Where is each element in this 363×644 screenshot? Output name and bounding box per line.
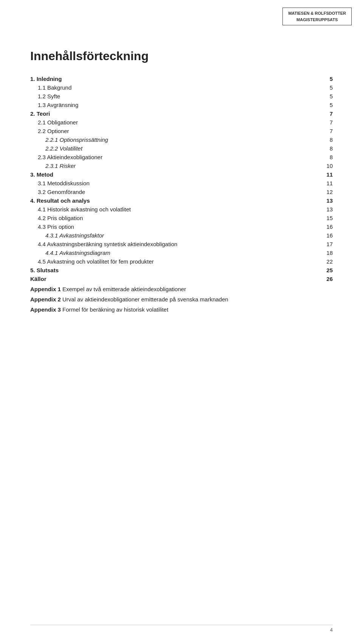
toc-item: 1. Inledning5 bbox=[30, 74, 333, 83]
toc-label: 2. Teori bbox=[30, 110, 321, 117]
toc-item: Appendix 2 Urval av aktieindexobligation… bbox=[30, 295, 333, 304]
toc-page-number: 18 bbox=[321, 250, 333, 256]
toc-page-number: 10 bbox=[321, 163, 333, 169]
toc-item: 4. Resultat och analys13 bbox=[30, 196, 333, 205]
toc-page-number: 11 bbox=[321, 171, 333, 178]
header-line2: MAGISTERUPPSATS bbox=[296, 17, 338, 22]
footer-divider bbox=[30, 625, 333, 625]
toc-page-number: 16 bbox=[321, 223, 333, 230]
toc-label: 4.4.1 Avkastningsdiagram bbox=[30, 250, 321, 256]
toc-label: Appendix 2 Urval av aktieindexobligation… bbox=[30, 296, 333, 303]
toc-page-number: 8 bbox=[321, 137, 333, 143]
toc-label: 1.3 Avgränsning bbox=[30, 102, 321, 108]
toc-label: 4.3.1 Avkastningsfaktor bbox=[30, 232, 321, 239]
toc-item: 4.4 Avkastningsberäkning syntetisk aktie… bbox=[30, 240, 333, 248]
toc-item: 4.5 Avkastning och volatilitet för fem p… bbox=[30, 257, 333, 266]
toc-label: 1.1 Bakgrund bbox=[30, 84, 321, 91]
header-box: MATIESEN & ROLFSDOTTER MAGISTERUPPSATS bbox=[282, 8, 352, 25]
toc-page-number: 13 bbox=[321, 197, 333, 204]
toc-item: 2.3 Aktieindexobligationer8 bbox=[30, 153, 333, 161]
toc-label: 3.1 Metoddiskussion bbox=[30, 180, 321, 186]
table-of-contents: 1. Inledning51.1 Bakgrund51.2 Syfte51.3 … bbox=[30, 74, 333, 314]
toc-page-number: 12 bbox=[321, 189, 333, 195]
toc-item: Appendix 1 Exempel av två emitterade akt… bbox=[30, 285, 333, 293]
toc-item: 4.3 Pris option16 bbox=[30, 222, 333, 231]
toc-item: 4.1 Historisk avkastning och volatlitet1… bbox=[30, 205, 333, 214]
toc-page-number: 7 bbox=[321, 119, 333, 126]
toc-item: Appendix 3 Formel för beräkning av histo… bbox=[30, 305, 333, 314]
toc-label: 3.2 Genomförande bbox=[30, 189, 321, 195]
toc-label: 4.5 Avkastning och volatilitet för fem p… bbox=[30, 258, 321, 265]
toc-item: 1.2 Syfte5 bbox=[30, 92, 333, 101]
toc-item: 2.2.2 Volatilitet8 bbox=[30, 144, 333, 153]
toc-page-number: 5 bbox=[321, 93, 333, 99]
toc-item: 1.1 Bakgrund5 bbox=[30, 83, 333, 92]
toc-item: Källor26 bbox=[30, 275, 333, 283]
page-footer: 4 bbox=[30, 627, 333, 633]
toc-label: 4.2 Pris obligation bbox=[30, 215, 321, 221]
document-page: MATIESEN & ROLFSDOTTER MAGISTERUPPSATS I… bbox=[0, 0, 363, 644]
toc-page-number: 17 bbox=[321, 241, 333, 247]
toc-item: 3. Metod11 bbox=[30, 170, 333, 179]
toc-label: 2.1 Obligationer bbox=[30, 119, 321, 126]
header-line1: MATIESEN & ROLFSDOTTER bbox=[288, 11, 346, 16]
toc-item: 1.3 Avgränsning5 bbox=[30, 101, 333, 109]
page-title: Innehållsförteckning bbox=[30, 49, 333, 63]
toc-item: 2.3.1 Risker10 bbox=[30, 161, 333, 170]
toc-label: 2.3 Aktieindexobligationer bbox=[30, 154, 321, 160]
toc-label: 4.1 Historisk avkastning och volatlitet bbox=[30, 206, 321, 213]
toc-page-number: 22 bbox=[321, 258, 333, 265]
toc-item: 3.1 Metoddiskussion11 bbox=[30, 179, 333, 188]
toc-page-number: 7 bbox=[321, 110, 333, 117]
toc-label: 3. Metod bbox=[30, 171, 321, 178]
toc-label: Appendix 3 Formel för beräkning av histo… bbox=[30, 306, 333, 313]
toc-label: 1.2 Syfte bbox=[30, 93, 321, 99]
toc-page-number: 5 bbox=[321, 84, 333, 91]
toc-label: 4.4 Avkastningsberäkning syntetisk aktie… bbox=[30, 241, 321, 247]
toc-page-number: 15 bbox=[321, 215, 333, 221]
toc-item: 2.1 Obligationer7 bbox=[30, 118, 333, 127]
toc-page-number: 13 bbox=[321, 206, 333, 213]
toc-label: 4.3 Pris option bbox=[30, 223, 321, 230]
toc-item: 4.2 Pris obligation15 bbox=[30, 214, 333, 222]
toc-item: 5. Slutsats25 bbox=[30, 266, 333, 275]
toc-item: 3.2 Genomförande12 bbox=[30, 188, 333, 196]
toc-label: 1. Inledning bbox=[30, 76, 321, 82]
toc-label: 2.3.1 Risker bbox=[30, 163, 321, 169]
toc-item: 2.2 Optioner7 bbox=[30, 127, 333, 135]
toc-page-number: 11 bbox=[321, 180, 333, 186]
toc-page-number: 16 bbox=[321, 232, 333, 239]
toc-label: 5. Slutsats bbox=[30, 267, 321, 273]
toc-page-number: 7 bbox=[321, 128, 333, 134]
page-number: 4 bbox=[330, 627, 333, 633]
toc-item: 2. Teori7 bbox=[30, 109, 333, 118]
toc-item: 4.4.1 Avkastningsdiagram18 bbox=[30, 248, 333, 257]
toc-page-number: 5 bbox=[321, 76, 333, 82]
toc-page-number: 25 bbox=[321, 267, 333, 273]
toc-page-number: 8 bbox=[321, 154, 333, 160]
toc-item: 2.2.1 Optionsprissättning8 bbox=[30, 135, 333, 144]
toc-page-number: 26 bbox=[321, 276, 333, 282]
toc-page-number: 5 bbox=[321, 102, 333, 108]
toc-label: 4. Resultat och analys bbox=[30, 197, 321, 204]
toc-item: 4.3.1 Avkastningsfaktor16 bbox=[30, 231, 333, 240]
toc-label: 2.2 Optioner bbox=[30, 128, 321, 134]
toc-label: Appendix 1 Exempel av två emitterade akt… bbox=[30, 286, 333, 292]
toc-page-number: 8 bbox=[321, 145, 333, 152]
toc-label: Källor bbox=[30, 276, 321, 282]
toc-label: 2.2.2 Volatilitet bbox=[30, 145, 321, 152]
toc-label: 2.2.1 Optionsprissättning bbox=[30, 137, 321, 143]
